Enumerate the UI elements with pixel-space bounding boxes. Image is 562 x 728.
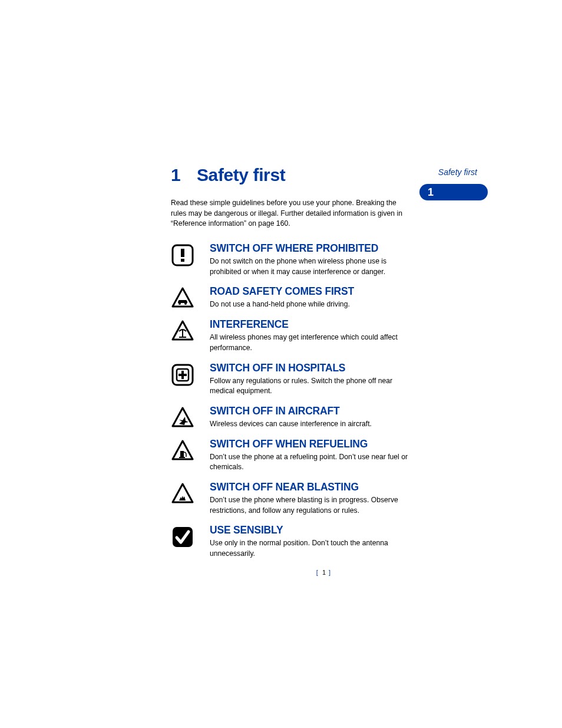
blast-warning-icon	[171, 482, 194, 505]
safety-item: SWITCH OFF IN HOSPITALS Follow any regul…	[171, 362, 477, 397]
exclamation-icon	[171, 243, 194, 267]
safety-item: SWITCH OFF WHERE PROHIBITED Do not switc…	[171, 242, 477, 277]
safety-item: USE SENSIBLY Use only in the normal posi…	[171, 524, 477, 559]
safety-items: SWITCH OFF WHERE PROHIBITED Do not switc…	[171, 242, 477, 559]
airplane-warning-icon	[171, 406, 194, 429]
safety-item: SWITCH OFF NEAR BLASTING Don’t use the p…	[171, 481, 477, 516]
chapter-number: 1	[171, 165, 197, 185]
item-heading: SWITCH OFF WHEN REFUELING	[210, 438, 414, 450]
item-body: Do not use a hand-held phone while drivi…	[210, 299, 414, 310]
car-warning-icon	[171, 286, 194, 309]
item-body: Don’t use the phone at a refueling point…	[210, 452, 414, 473]
item-heading: SWITCH OFF IN AIRCRAFT	[210, 405, 414, 417]
hospital-icon	[171, 363, 194, 387]
item-heading: SWITCH OFF IN HOSPITALS	[210, 362, 414, 374]
page-footer: [ 1 ]	[171, 569, 477, 576]
safety-item: SWITCH OFF IN AIRCRAFT Wireless devices …	[171, 405, 477, 430]
item-heading: INTERFERENCE	[210, 318, 414, 331]
item-heading: SWITCH OFF WHERE PROHIBITED	[210, 242, 414, 255]
antenna-warning-icon	[171, 319, 194, 342]
safety-item: ROAD SAFETY COMES FIRST Do not use a han…	[171, 285, 477, 310]
safety-item: INTERFERENCE All wireless phones may get…	[171, 318, 477, 353]
item-heading: SWITCH OFF NEAR BLASTING	[210, 481, 414, 493]
chapter-tab: 1	[419, 184, 488, 200]
chapter-tab-number: 1	[428, 186, 434, 199]
item-body: Don’t use the phone where blasting is in…	[210, 495, 414, 516]
chapter-title-text: Safety first	[197, 165, 285, 185]
chapter-title: 1Safety first	[171, 165, 477, 185]
item-body: Do not switch on the phone when wireless…	[210, 256, 414, 277]
item-heading: USE SENSIBLY	[210, 524, 414, 536]
item-body: Follow any regulations or rules. Switch …	[210, 376, 414, 397]
item-heading: ROAD SAFETY COMES FIRST	[210, 285, 414, 298]
safety-item: SWITCH OFF WHEN REFUELING Don’t use the …	[171, 438, 477, 473]
intro-paragraph: Read these simple guidelines before you …	[171, 198, 406, 229]
running-header: Safety first	[438, 167, 477, 177]
fuel-warning-icon	[171, 439, 194, 462]
checkmark-icon	[171, 525, 194, 549]
item-body: Use only in the normal position. Don’t t…	[210, 538, 414, 559]
item-body: Wireless devices can cause interference …	[210, 419, 414, 430]
item-body: All wireless phones may get interference…	[210, 332, 414, 353]
